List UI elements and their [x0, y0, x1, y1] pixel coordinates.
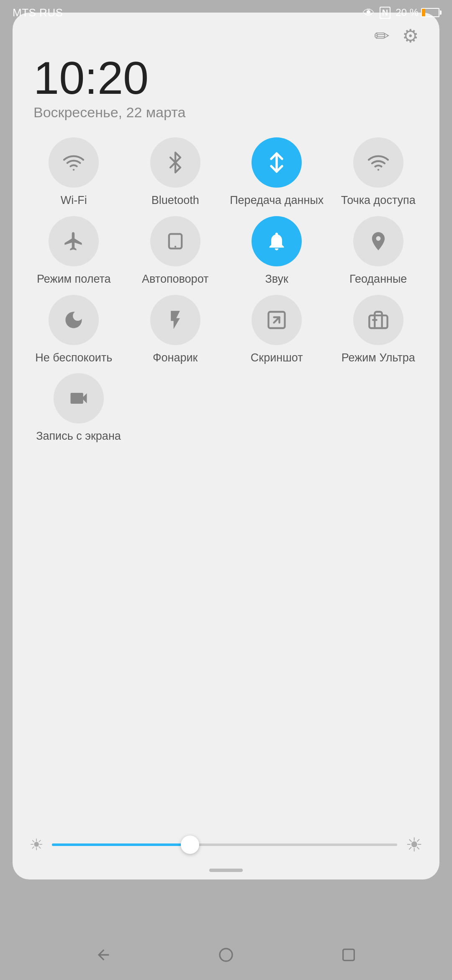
tile-ultramode[interactable]: Режим Ультра	[330, 295, 427, 365]
tile-hotspot-circle	[353, 137, 403, 188]
tile-screenshot-circle	[252, 295, 302, 345]
clock-time: 10:20	[33, 55, 419, 101]
tile-bluetooth-label: Bluetooth	[152, 193, 199, 208]
tile-screenrecord[interactable]: Запись с экрана	[29, 373, 128, 444]
nav-home-button[interactable]	[213, 942, 239, 967]
eye-icon: 👁	[363, 6, 375, 20]
panel-icons-row: ✏ ⚙	[33, 25, 419, 46]
panel-header: ✏ ⚙ 10:20 Воскресенье, 22 марта	[13, 13, 439, 133]
status-right: 👁 N 20 %	[363, 6, 439, 20]
tile-screenrecord-circle	[54, 373, 104, 423]
brightness-low-icon: ☀	[29, 836, 44, 854]
tile-data-label: Передача данных	[230, 193, 324, 208]
carrier-text: MTS RUS	[13, 6, 63, 19]
tile-hotspot[interactable]: Точка доступа	[330, 137, 427, 208]
tile-airplane[interactable]: Режим полета	[25, 216, 123, 286]
tile-airplane-circle	[49, 216, 99, 266]
edit-icon[interactable]: ✏	[374, 25, 390, 46]
tile-ultramode-label: Режим Ультра	[342, 351, 415, 365]
tile-sound-circle	[252, 216, 302, 266]
tile-bluetooth[interactable]: Bluetooth	[127, 137, 224, 208]
brightness-high-icon: ☀	[406, 833, 423, 856]
tile-flashlight-circle	[150, 295, 200, 345]
tile-data-circle	[252, 137, 302, 188]
tile-wifi-label: Wi-Fi	[61, 193, 87, 208]
tile-ultramode-circle	[353, 295, 403, 345]
panel-handle	[13, 869, 439, 879]
battery-icon	[421, 8, 439, 17]
settings-icon[interactable]: ⚙	[402, 25, 419, 46]
notification-panel: ✏ ⚙ 10:20 Воскресенье, 22 марта Wi-Fi	[13, 13, 439, 879]
tile-wifi-circle	[49, 137, 99, 188]
svg-point-9	[220, 949, 232, 961]
tile-location-circle	[353, 216, 403, 266]
tile-flashlight-label: Фонарик	[153, 351, 198, 365]
tile-autorotate-circle	[150, 216, 200, 266]
clock-date: Воскресенье, 22 марта	[33, 104, 419, 121]
nav-bar	[0, 930, 452, 980]
tile-screenshot-label: Скриншот	[251, 351, 303, 365]
tile-location-label: Геоданные	[349, 272, 407, 286]
tile-sound[interactable]: Звук	[228, 216, 326, 286]
tile-screenrecord-label: Запись с экрана	[36, 429, 121, 444]
svg-rect-7	[369, 315, 387, 328]
brightness-fill	[52, 843, 190, 846]
nfc-icon: N	[380, 7, 390, 19]
brightness-thumb[interactable]	[181, 836, 199, 854]
tile-airplane-label: Режим полета	[37, 272, 111, 286]
tile-flashlight[interactable]: Фонарик	[127, 295, 224, 365]
status-bar: MTS RUS 👁 N 20 %	[0, 0, 452, 25]
tile-dnd-label: Не беспокоить	[35, 351, 112, 365]
nav-recents-button[interactable]	[336, 942, 361, 967]
tile-autorotate[interactable]: Автоповорот	[127, 216, 224, 286]
handle-bar	[209, 869, 243, 872]
tile-wifi[interactable]: Wi-Fi	[25, 137, 123, 208]
svg-rect-10	[343, 949, 354, 961]
tile-hotspot-label: Точка доступа	[341, 193, 416, 208]
tile-data[interactable]: Передача данных	[228, 137, 326, 208]
tile-autorotate-label: Автоповорот	[142, 272, 208, 286]
nav-back-button[interactable]	[91, 942, 116, 967]
brightness-slider[interactable]	[52, 843, 397, 846]
battery-percent: 20 %	[396, 7, 419, 18]
battery-container: 20 %	[396, 7, 439, 18]
tile-screenshot[interactable]: Скриншот	[228, 295, 326, 365]
svg-point-0	[73, 169, 74, 170]
tile-sound-label: Звук	[265, 272, 288, 286]
brightness-row: ☀ ☀	[13, 825, 439, 869]
tile-dnd-circle	[49, 295, 99, 345]
tile-bluetooth-circle	[150, 137, 200, 188]
quick-tiles-section: Wi-Fi Bluetooth	[13, 133, 439, 825]
battery-fill	[422, 9, 425, 16]
quick-tiles-grid: Wi-Fi Bluetooth	[25, 137, 427, 365]
svg-point-2	[378, 169, 379, 170]
tile-dnd[interactable]: Не беспокоить	[25, 295, 123, 365]
tile-location[interactable]: Геоданные	[330, 216, 427, 286]
